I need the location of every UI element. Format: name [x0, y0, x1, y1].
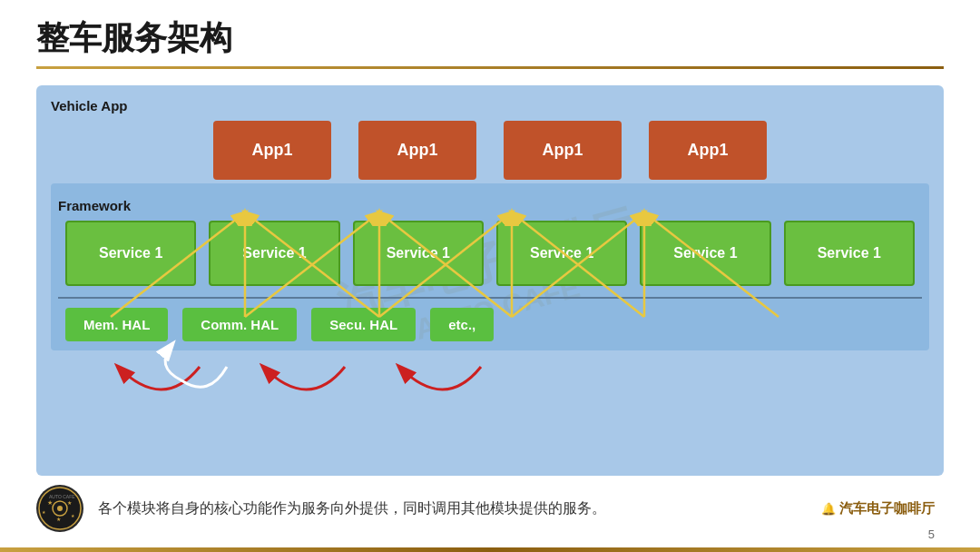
service-box-2: Service 1	[209, 221, 339, 286]
hal-divider	[58, 297, 922, 299]
service-box-6: Service 1	[784, 221, 915, 286]
footer-brand: 🔔 汽车电子咖啡厅	[821, 500, 935, 518]
hal-box-comm: Comm. HAL	[182, 308, 297, 341]
framework-section: Framework Service 1 Service 1 Service 1 …	[51, 183, 929, 350]
svg-text:★: ★	[56, 517, 61, 522]
service-box-5: Service 1	[640, 221, 770, 286]
brand-logo: ★ ★ ★ ★ ★ AUTO CAFE	[36, 485, 83, 532]
page-footer: ★ ★ ★ ★ ★ AUTO CAFE 各个模块将自身的核心功能作为服务向外提供…	[0, 476, 980, 532]
svg-text:★: ★	[67, 500, 72, 506]
diagram-container: 汽车电子咖啡厅 AUTO CAFE Vehicle App App1 App1 …	[36, 85, 944, 476]
hal-row: Mem. HAL Comm. HAL Secu. HAL etc.,	[58, 308, 922, 341]
page-number: 5	[928, 527, 935, 541]
apps-row: App1 App1 App1 App1	[51, 121, 929, 180]
services-row: Service 1 Service 1 Service 1 Service 1 …	[58, 221, 922, 286]
app-box-3: App1	[504, 121, 622, 180]
page-header: 整车服务架构	[0, 0, 980, 76]
service-box-1: Service 1	[65, 221, 196, 286]
svg-text:AUTO CAFE: AUTO CAFE	[49, 494, 75, 499]
page-title: 整车服务架构	[36, 16, 944, 61]
app-box-1: App1	[213, 121, 331, 180]
hal-box-mem: Mem. HAL	[65, 308, 168, 341]
hal-box-etc: etc.,	[430, 308, 494, 341]
svg-text:★: ★	[47, 499, 53, 506]
footer-bar	[0, 547, 980, 552]
vehicle-app-label: Vehicle App	[51, 98, 929, 113]
svg-point-14	[57, 506, 63, 511]
header-divider	[36, 66, 944, 69]
app-box-2: App1	[358, 121, 476, 180]
app-box-4: App1	[649, 121, 767, 180]
hal-box-secu: Secu. HAL	[311, 308, 416, 341]
framework-label: Framework	[58, 198, 922, 213]
footer-description: 各个模块将自身的核心功能作为服务向外提供，同时调用其他模块提供的服务。	[98, 499, 807, 518]
service-box-3: Service 1	[353, 221, 484, 286]
service-box-4: Service 1	[496, 221, 627, 286]
